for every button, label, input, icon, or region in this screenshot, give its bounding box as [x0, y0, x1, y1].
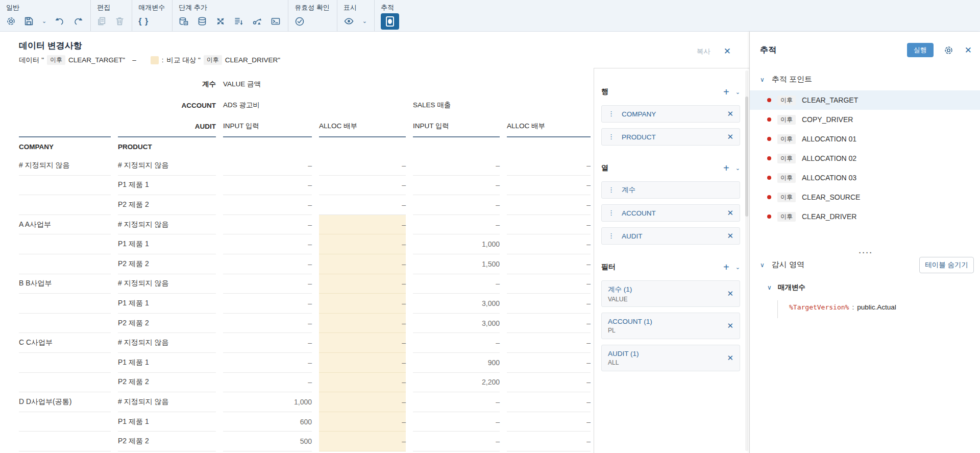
- cell-company[interactable]: C C사업부: [19, 333, 111, 353]
- chevron-down-icon[interactable]: ⌄: [736, 89, 740, 96]
- console-icon[interactable]: [271, 16, 281, 26]
- remove-icon[interactable]: ✕: [727, 109, 733, 118]
- remove-icon[interactable]: ✕: [727, 208, 733, 218]
- cell-value[interactable]: –: [319, 432, 406, 451]
- cell-value[interactable]: –: [319, 254, 406, 274]
- cell-value[interactable]: –: [507, 176, 591, 196]
- cell-product[interactable]: P1 제품 1: [118, 412, 216, 432]
- cell-value[interactable]: 600: [223, 412, 312, 432]
- dimension-chip[interactable]: ⋮계수: [601, 181, 740, 199]
- save-button[interactable]: [24, 16, 34, 26]
- hide-table-button[interactable]: 테이블 숨기기: [919, 257, 974, 273]
- run-button[interactable]: 실행: [907, 43, 934, 57]
- fields-scrollbar-thumb[interactable]: [745, 97, 748, 217]
- cell-value[interactable]: –: [507, 333, 591, 353]
- cell-value[interactable]: –: [413, 412, 500, 432]
- cell-company[interactable]: [19, 353, 111, 373]
- cell-value[interactable]: –: [319, 353, 406, 373]
- drag-handle-icon[interactable]: ⋮: [608, 211, 615, 214]
- cell-product[interactable]: # 지정되지 않음: [118, 215, 216, 235]
- trace-point-item[interactable]: 이후COPY_DRIVER: [750, 110, 980, 129]
- cell-value[interactable]: –: [507, 156, 591, 176]
- cell-product[interactable]: # 지정되지 않음: [118, 274, 216, 294]
- account-group-header[interactable]: ADS 광고비: [223, 94, 406, 116]
- cell-value[interactable]: –: [319, 156, 406, 176]
- cell-value[interactable]: –: [507, 234, 591, 254]
- audit-column-header[interactable]: ALLOC 배부: [507, 116, 591, 137]
- remove-icon[interactable]: ✕: [727, 321, 733, 330]
- cell-value[interactable]: –: [413, 392, 500, 412]
- company-column-header[interactable]: COMPANY: [19, 137, 111, 156]
- cell-product[interactable]: P2 제품 2: [118, 195, 216, 215]
- scatter-step-icon[interactable]: [252, 16, 262, 26]
- cell-value[interactable]: 3,000: [413, 314, 500, 333]
- cell-value[interactable]: –: [319, 333, 406, 353]
- cell-company[interactable]: [19, 234, 111, 254]
- remove-icon[interactable]: ✕: [727, 353, 733, 363]
- cell-value[interactable]: 2,200: [413, 373, 500, 393]
- cell-company[interactable]: [19, 432, 111, 451]
- validate-check-icon[interactable]: [295, 16, 305, 27]
- chevron-down-icon[interactable]: ∨: [760, 261, 765, 269]
- database-icon[interactable]: [197, 16, 207, 26]
- cell-value[interactable]: –: [319, 176, 406, 196]
- drag-handle-icon[interactable]: ⋮: [608, 188, 615, 192]
- cell-value[interactable]: 1,000: [223, 392, 312, 412]
- cell-value[interactable]: –: [223, 215, 312, 235]
- filter-card[interactable]: 계수 (1)VALUE✕: [601, 280, 740, 307]
- audit-column-header[interactable]: ALLOC 배부: [319, 116, 406, 137]
- cell-value[interactable]: –: [507, 353, 591, 373]
- trace-point-item[interactable]: 이후ALLOCATION 01: [750, 129, 980, 149]
- cell-value[interactable]: –: [319, 392, 406, 412]
- close-icon[interactable]: ✕: [965, 45, 972, 56]
- redo-icon[interactable]: [73, 16, 83, 26]
- remove-icon[interactable]: ✕: [727, 132, 733, 141]
- audit-column-header[interactable]: INPUT 입력: [413, 116, 500, 137]
- drag-handle-icon[interactable]: ⋮: [608, 112, 615, 115]
- cell-company[interactable]: A A사업부: [19, 215, 111, 235]
- chevron-down-icon[interactable]: ∨: [767, 284, 772, 291]
- account-group-header[interactable]: SALES 매출: [413, 94, 591, 116]
- trace-point-item[interactable]: 이후CLEAR_SOURCE: [750, 187, 980, 207]
- cell-value[interactable]: –: [319, 373, 406, 393]
- cell-company[interactable]: D D사업부(공통): [19, 392, 111, 412]
- cell-value[interactable]: –: [223, 234, 312, 254]
- cell-value[interactable]: –: [413, 274, 500, 294]
- cell-value[interactable]: –: [223, 274, 312, 294]
- close-icon[interactable]: ✕: [724, 46, 731, 57]
- cell-company[interactable]: [19, 294, 111, 314]
- cell-value[interactable]: –: [223, 195, 312, 215]
- braces-icon[interactable]: { }: [138, 17, 149, 26]
- cell-value[interactable]: –: [507, 392, 591, 412]
- dimension-chip[interactable]: ⋮COMPANY✕: [601, 105, 740, 123]
- cell-value[interactable]: –: [507, 274, 591, 294]
- eye-icon[interactable]: [344, 16, 354, 26]
- cell-value[interactable]: –: [507, 373, 591, 393]
- cell-product[interactable]: # 지정되지 않음: [118, 392, 216, 412]
- cell-company[interactable]: [19, 195, 111, 215]
- chevron-down-icon[interactable]: ⌄: [736, 165, 740, 172]
- filter-card[interactable]: AUDIT (1)ALL✕: [601, 345, 740, 371]
- trace-icon[interactable]: [381, 13, 399, 30]
- cell-value[interactable]: –: [223, 353, 312, 373]
- cell-value[interactable]: –: [413, 156, 500, 176]
- cell-value[interactable]: –: [507, 314, 591, 333]
- cell-company[interactable]: [19, 314, 111, 333]
- cell-product[interactable]: P1 제품 1: [118, 294, 216, 314]
- chevron-down-icon[interactable]: ⌄: [362, 18, 367, 25]
- cell-product[interactable]: # 지정되지 않음: [118, 156, 216, 176]
- cell-value[interactable]: –: [413, 432, 500, 451]
- resize-handle[interactable]: ····: [760, 251, 972, 255]
- cell-value[interactable]: –: [319, 294, 406, 314]
- cell-value[interactable]: –: [223, 176, 312, 196]
- cell-value[interactable]: –: [507, 254, 591, 274]
- cell-value[interactable]: –: [319, 274, 406, 294]
- chevron-down-icon[interactable]: ⌄: [42, 18, 46, 25]
- cell-value[interactable]: –: [319, 314, 406, 333]
- cell-company[interactable]: # 지정되지 않음: [19, 156, 111, 176]
- dimension-chip[interactable]: ⋮AUDIT✕: [601, 227, 740, 245]
- chevron-down-icon[interactable]: ⌄: [736, 264, 740, 271]
- chevron-down-icon[interactable]: ∨: [760, 76, 765, 83]
- cell-value[interactable]: –: [319, 195, 406, 215]
- copy-button[interactable]: 복사: [697, 47, 710, 56]
